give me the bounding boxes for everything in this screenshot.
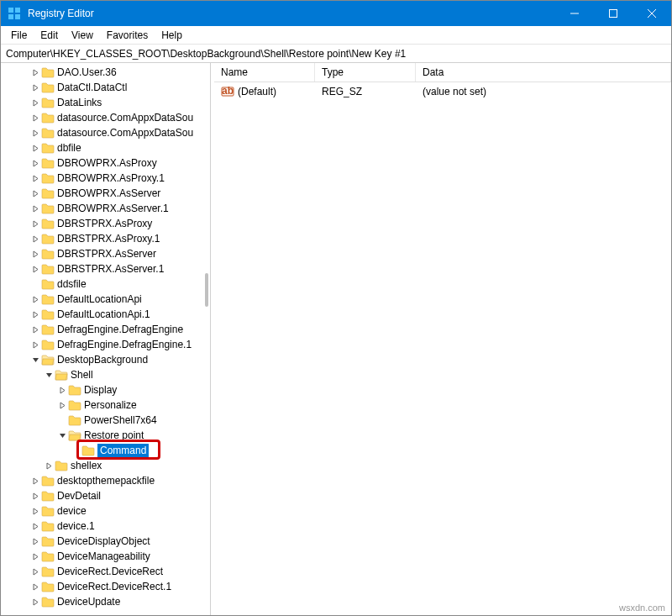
tree-item[interactable]: ddsfile [1,276,210,292]
folder-icon [55,369,68,381]
tree-item[interactable]: DefragEngine.DefragEngine [1,322,210,337]
expand-icon[interactable] [56,399,68,411]
minimize-button[interactable] [555,1,594,26]
tree-item[interactable]: DBROWPRX.AsServer [1,186,210,201]
list-pane[interactable]: Name Type Data ab (Default) REG_SZ (valu… [214,63,671,615]
expand-icon[interactable] [29,82,41,93]
tree-item[interactable]: DeviceManageability [1,549,210,564]
column-data[interactable]: Data [416,63,671,82]
tree-item[interactable]: DBRSTPRX.AsServer [1,246,210,261]
expand-icon[interactable] [29,218,41,229]
expand-icon[interactable] [29,596,41,608]
tree-item-label: DBRSTPRX.AsProxy.1 [57,233,160,245]
expand-icon[interactable] [29,97,41,108]
expand-icon[interactable] [29,203,41,214]
tree-item[interactable]: device.1 [1,519,210,534]
tree-pane[interactable]: DAO.User.36DataCtl.DataCtlDataLinksdatas… [1,63,211,615]
folder-icon [41,308,55,320]
tree-item[interactable]: DefaultLocationApi [1,292,210,307]
expand-icon[interactable] [29,127,41,139]
tree-item-label: DesktopBackground [57,354,148,366]
expand-icon[interactable] [29,233,41,245]
expand-icon[interactable] [29,263,41,275]
tree-item[interactable]: DefragEngine.DefragEngine.1 [1,337,210,352]
expand-icon[interactable] [29,293,41,305]
column-type[interactable]: Type [315,63,416,82]
tree-item[interactable]: Display [1,382,210,398]
expand-icon[interactable] [56,384,68,396]
tree-item[interactable]: DBRSTPRX.AsServer.1 [1,261,210,276]
tree-item-label: DBROWPRX.AsServer.1 [57,203,169,214]
address-bar[interactable]: Computer\HKEY_CLASSES_ROOT\DesktopBackgr… [1,45,671,63]
tree-item[interactable]: datasource.ComAppxDataSou [1,110,210,125]
expand-icon[interactable] [29,187,41,199]
expand-icon[interactable] [29,112,41,124]
expand-icon[interactable] [29,339,41,350]
tree-item[interactable]: DesktopBackground [1,352,210,367]
expand-icon[interactable] [29,581,41,592]
tree-item[interactable]: DBROWPRX.AsProxy [1,155,210,171]
tree-item-label[interactable]: Command [97,444,149,457]
tree-item[interactable]: desktopthemepackfile [1,473,210,488]
tree-item[interactable]: Command [1,443,210,458]
tree-item[interactable]: DataCtl.DataCtl [1,80,210,95]
tree-item-label: DataCtl.DataCtl [57,82,127,93]
expand-icon[interactable] [29,66,41,78]
expand-icon[interactable] [29,535,41,547]
tree-item[interactable]: DBROWPRX.AsProxy.1 [1,171,210,186]
tree-item-label: DevDetail [57,490,101,502]
folder-icon [68,414,81,426]
tree-item[interactable]: DeviceRect.DeviceRect.1 [1,579,210,594]
collapse-icon[interactable] [29,354,41,366]
tree-item[interactable]: Restore point [1,428,210,443]
collapse-icon[interactable] [43,369,55,381]
tree-item[interactable]: DBRSTPRX.AsProxy [1,216,210,231]
expand-icon[interactable] [29,308,41,320]
tree-item[interactable]: DBROWPRX.AsServer.1 [1,201,210,216]
tree-item[interactable]: DBRSTPRX.AsProxy.1 [1,231,210,246]
tree-item[interactable]: PowerShell7x64 [1,413,210,428]
value-row[interactable]: ab (Default) REG_SZ (value not set) [214,82,671,101]
expand-icon[interactable] [29,566,41,577]
column-name[interactable]: Name [214,63,315,82]
address-text: Computer\HKEY_CLASSES_ROOT\DesktopBackgr… [6,48,406,60]
folder-icon [41,142,55,154]
expand-icon[interactable] [29,505,41,517]
expand-icon[interactable] [29,172,41,184]
menu-favorites[interactable]: Favorites [100,28,155,43]
menu-view[interactable]: View [65,28,100,43]
splitter[interactable] [211,63,214,615]
maximize-button[interactable] [594,1,633,26]
menu-help[interactable]: Help [155,28,189,43]
tree-item[interactable]: DevDetail [1,488,210,503]
tree-item[interactable]: DataLinks [1,95,210,110]
expand-icon[interactable] [29,475,41,487]
tree-item[interactable]: Shell [1,367,210,382]
tree-item[interactable]: shellex [1,458,210,473]
expand-icon[interactable] [29,490,41,502]
expand-icon[interactable] [29,157,41,169]
expand-icon[interactable] [43,460,55,471]
tree-item[interactable]: dbfile [1,140,210,155]
tree-item[interactable]: datasource.ComAppxDataSou [1,125,210,140]
scrollbar-thumb[interactable] [205,273,208,307]
folder-icon [41,354,55,366]
tree-item[interactable]: DeviceUpdate [1,594,210,609]
tree-item[interactable]: Personalize [1,398,210,413]
tree-item[interactable]: DeviceRect.DeviceRect [1,564,210,579]
menu-file[interactable]: File [4,28,34,43]
tree-item[interactable]: DefaultLocationApi.1 [1,307,210,322]
expand-icon[interactable] [29,324,41,335]
expand-icon[interactable] [29,550,41,562]
tree-item[interactable]: DeviceDisplayObject [1,534,210,549]
menu-edit[interactable]: Edit [34,28,65,43]
expand-icon[interactable] [29,248,41,260]
tree-item[interactable]: device [1,503,210,519]
svg-rect-1 [15,8,20,13]
tree-item[interactable]: DAO.User.36 [1,65,210,80]
close-button[interactable] [633,1,671,26]
expand-icon[interactable] [29,520,41,532]
tree-item-label: DAO.User.36 [57,66,117,78]
expand-icon[interactable] [29,142,41,154]
collapse-icon[interactable] [56,429,68,441]
